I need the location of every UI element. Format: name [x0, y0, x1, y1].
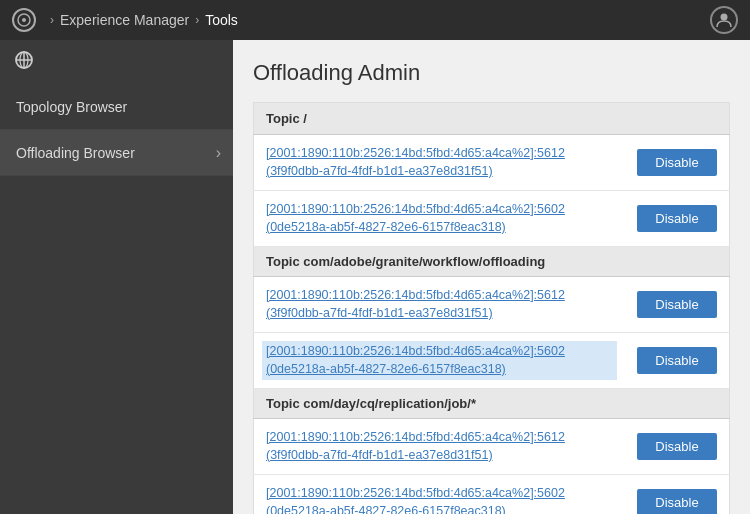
sidebar-item-topology-browser-label: Topology Browser [16, 99, 127, 115]
sidebar-item-topology-browser[interactable]: Topology Browser [0, 84, 233, 130]
disable-button[interactable]: Disable [637, 347, 717, 374]
top-navigation-bar: › Experience Manager › Tools [0, 0, 750, 40]
table-row: [2001:1890:110b:2526:14bd:5fbd:4d65:a4ca… [254, 333, 730, 389]
table-section-header: Topic com/day/cq/replication/job/* [254, 389, 730, 419]
table-cell-topic-link: [2001:1890:110b:2526:14bd:5fbd:4d65:a4ca… [254, 419, 626, 475]
topic-address-link[interactable]: [2001:1890:110b:2526:14bd:5fbd:4d65:a4ca… [266, 202, 565, 234]
content-panel: Offloading Admin Topic / [2001:1890:110b… [233, 40, 750, 514]
table-header-topic: Topic / [254, 103, 626, 135]
main-area: Topology Browser Offloading Browser › Of… [0, 40, 750, 514]
table-cell-action: Disable [625, 277, 730, 333]
topic-address-link[interactable]: [2001:1890:110b:2526:14bd:5fbd:4d65:a4ca… [262, 341, 617, 380]
svg-point-2 [721, 14, 728, 21]
table-row: [2001:1890:110b:2526:14bd:5fbd:4d65:a4ca… [254, 475, 730, 515]
disable-button[interactable]: Disable [637, 149, 717, 176]
svg-point-1 [22, 18, 26, 22]
disable-button[interactable]: Disable [637, 205, 717, 232]
table-row: [2001:1890:110b:2526:14bd:5fbd:4d65:a4ca… [254, 419, 730, 475]
topic-address-link[interactable]: [2001:1890:110b:2526:14bd:5fbd:4d65:a4ca… [266, 288, 565, 320]
breadcrumb-chevron-1: › [50, 13, 54, 27]
sidebar: Topology Browser Offloading Browser › [0, 40, 233, 514]
home-button[interactable] [12, 8, 36, 32]
breadcrumb-experience-manager[interactable]: Experience Manager [60, 12, 189, 28]
topic-address-link[interactable]: [2001:1890:110b:2526:14bd:5fbd:4d65:a4ca… [266, 486, 565, 514]
offloading-table: Topic / [2001:1890:110b:2526:14bd:5fbd:4… [253, 102, 730, 514]
disable-button[interactable]: Disable [637, 433, 717, 460]
breadcrumb-chevron-2: › [195, 13, 199, 27]
table-cell-action: Disable [625, 419, 730, 475]
table-cell-topic-link: [2001:1890:110b:2526:14bd:5fbd:4d65:a4ca… [254, 333, 626, 389]
user-avatar[interactable] [710, 6, 738, 34]
table-header-action [625, 103, 730, 135]
topic-address-link[interactable]: [2001:1890:110b:2526:14bd:5fbd:4d65:a4ca… [266, 146, 565, 178]
sidebar-item-offloading-browser-label: Offloading Browser [16, 145, 135, 161]
breadcrumb-tools: Tools [205, 12, 238, 28]
disable-button[interactable]: Disable [637, 291, 717, 318]
topic-address-link[interactable]: [2001:1890:110b:2526:14bd:5fbd:4d65:a4ca… [266, 430, 565, 462]
table-cell-action: Disable [625, 135, 730, 191]
sidebar-top-icon-area [0, 40, 233, 84]
table-cell-topic-link: [2001:1890:110b:2526:14bd:5fbd:4d65:a4ca… [254, 277, 626, 333]
page-title: Offloading Admin [253, 60, 730, 86]
sidebar-item-offloading-browser[interactable]: Offloading Browser › [0, 130, 233, 176]
table-cell-action: Disable [625, 475, 730, 515]
table-section-header: Topic com/adobe/granite/workflow/offload… [254, 247, 730, 277]
sidebar-home-icon [14, 50, 34, 75]
disable-button[interactable]: Disable [637, 489, 717, 514]
table-row: [2001:1890:110b:2526:14bd:5fbd:4d65:a4ca… [254, 191, 730, 247]
table-cell-action: Disable [625, 333, 730, 389]
table-row: [2001:1890:110b:2526:14bd:5fbd:4d65:a4ca… [254, 277, 730, 333]
table-cell-action: Disable [625, 191, 730, 247]
table-row: [2001:1890:110b:2526:14bd:5fbd:4d65:a4ca… [254, 135, 730, 191]
sidebar-item-chevron-icon: › [216, 144, 221, 162]
table-cell-topic-link: [2001:1890:110b:2526:14bd:5fbd:4d65:a4ca… [254, 191, 626, 247]
table-cell-topic-link: [2001:1890:110b:2526:14bd:5fbd:4d65:a4ca… [254, 135, 626, 191]
table-cell-topic-link: [2001:1890:110b:2526:14bd:5fbd:4d65:a4ca… [254, 475, 626, 515]
